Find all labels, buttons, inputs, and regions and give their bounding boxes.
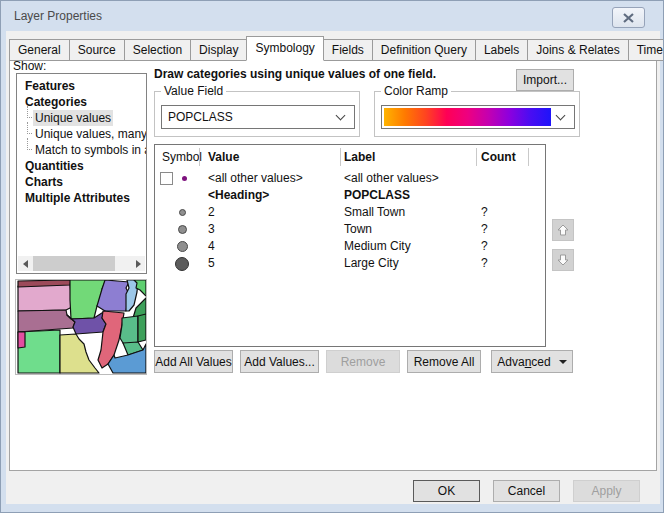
category-symbol[interactable] xyxy=(178,225,187,234)
tab-time[interactable]: Time xyxy=(628,39,664,61)
titlebar[interactable]: Layer Properties xyxy=(1,1,663,31)
layer-properties-dialog: Layer Properties General Source Selectio… xyxy=(0,0,664,513)
symbology-page: Show: Features Categories Unique values … xyxy=(9,57,657,471)
tab-selection[interactable]: Selection xyxy=(124,39,191,61)
import-button[interactable]: Import... xyxy=(516,69,574,91)
column-divider xyxy=(476,148,477,166)
window-title: Layer Properties xyxy=(14,9,102,23)
tree-item-multiple-attributes[interactable]: Multiple Attributes xyxy=(17,190,147,206)
tab-strip: General Source Selection Display Symbolo… xyxy=(9,36,664,61)
column-header-label[interactable]: Label xyxy=(344,149,375,166)
color-ramp-label: Color Ramp xyxy=(381,84,451,98)
scroll-left-button[interactable] xyxy=(18,256,32,271)
tab-general[interactable]: General xyxy=(9,39,70,61)
show-label: Show: xyxy=(13,59,46,73)
arrow-up-icon xyxy=(555,222,571,238)
scroll-right-button[interactable] xyxy=(131,256,145,271)
add-values-button[interactable]: Add Values... xyxy=(240,350,319,373)
move-down-button[interactable] xyxy=(552,249,574,271)
column-divider xyxy=(528,148,529,166)
tree-connector xyxy=(27,106,32,118)
add-all-values-button[interactable]: Add All Values xyxy=(154,350,233,373)
tree-item-charts[interactable]: Charts xyxy=(17,174,147,190)
tree-item-categories[interactable]: Categories xyxy=(17,94,147,110)
tree-item-match-symbols[interactable]: Match to symbols in a xyxy=(33,142,147,158)
table-row-heading[interactable]: <Heading> POPCLASS xyxy=(155,187,545,204)
value-field-value: POPCLASS xyxy=(162,110,337,124)
chevron-down-icon xyxy=(556,110,566,120)
column-header-value[interactable]: Value xyxy=(208,149,239,166)
page-heading: Draw categories using unique values of o… xyxy=(154,67,514,81)
table-row[interactable]: 3 Town ? xyxy=(155,221,545,238)
all-other-values-checkbox[interactable] xyxy=(160,172,173,185)
tree-item-unique-values[interactable]: Unique values xyxy=(33,110,147,126)
color-ramp-group: Color Ramp xyxy=(374,91,580,137)
arrow-down-icon xyxy=(555,252,571,268)
scrollbar-thumb[interactable] xyxy=(33,256,115,271)
table-row[interactable]: 2 Small Town ? xyxy=(155,204,545,221)
table-row[interactable]: <all other values> <all other values> xyxy=(155,170,545,187)
tab-definition-query[interactable]: Definition Query xyxy=(372,39,476,61)
column-header-count[interactable]: Count xyxy=(481,149,516,166)
category-symbol[interactable] xyxy=(179,209,186,216)
move-up-button[interactable] xyxy=(552,219,574,241)
tree-horizontal-scrollbar[interactable] xyxy=(18,256,145,271)
tree-item-quantities[interactable]: Quantities xyxy=(17,158,147,174)
renderer-tree: Features Categories Unique values Unique… xyxy=(16,73,147,274)
category-symbol[interactable] xyxy=(175,257,189,271)
dialog-content: General Source Selection Display Symbolo… xyxy=(6,31,660,504)
advanced-button[interactable]: Advanced xyxy=(491,350,573,373)
tree-item-unique-values-many[interactable]: Unique values, many xyxy=(33,126,147,142)
tab-source[interactable]: Source xyxy=(69,39,125,61)
value-field-label: Value Field xyxy=(161,84,226,98)
remove-all-button[interactable]: Remove All xyxy=(407,350,481,373)
tree-connector xyxy=(27,122,32,134)
chevron-down-icon xyxy=(336,110,346,120)
value-field-combo[interactable]: POPCLASS xyxy=(161,105,355,129)
tree-connector xyxy=(27,138,32,150)
close-icon xyxy=(623,13,634,23)
tab-joins-relates[interactable]: Joins & Relates xyxy=(527,39,628,61)
value-field-group: Value Field POPCLASS xyxy=(154,91,360,137)
tab-fields[interactable]: Fields xyxy=(323,39,373,61)
tab-symbology[interactable]: Symbology xyxy=(246,36,323,61)
column-divider xyxy=(340,148,341,166)
scroll-left-icon xyxy=(23,260,28,268)
ok-button[interactable]: OK xyxy=(413,480,480,502)
scroll-right-icon xyxy=(136,260,141,268)
close-button[interactable] xyxy=(612,7,645,28)
dropdown-caret-icon xyxy=(559,360,567,364)
map-preview-image xyxy=(16,280,146,374)
color-ramp-swatch xyxy=(384,108,551,126)
apply-button[interactable]: Apply xyxy=(573,480,640,502)
tab-display[interactable]: Display xyxy=(190,39,247,61)
unique-values-table: Symbol Value Label Count <all other valu… xyxy=(154,144,546,347)
table-row[interactable]: 4 Medium City ? xyxy=(155,238,545,255)
column-divider xyxy=(199,148,200,166)
cancel-button[interactable]: Cancel xyxy=(493,480,560,502)
tree-item-features[interactable]: Features xyxy=(17,78,147,94)
map-preview xyxy=(15,279,147,375)
all-other-values-symbol[interactable] xyxy=(182,176,187,181)
color-ramp-combo[interactable] xyxy=(381,105,575,129)
remove-button[interactable]: Remove xyxy=(326,350,400,373)
column-header-symbol[interactable]: Symbol xyxy=(162,149,202,166)
category-symbol[interactable] xyxy=(177,241,188,252)
table-row[interactable]: 5 Large City ? xyxy=(155,255,545,272)
tab-labels[interactable]: Labels xyxy=(475,39,528,61)
